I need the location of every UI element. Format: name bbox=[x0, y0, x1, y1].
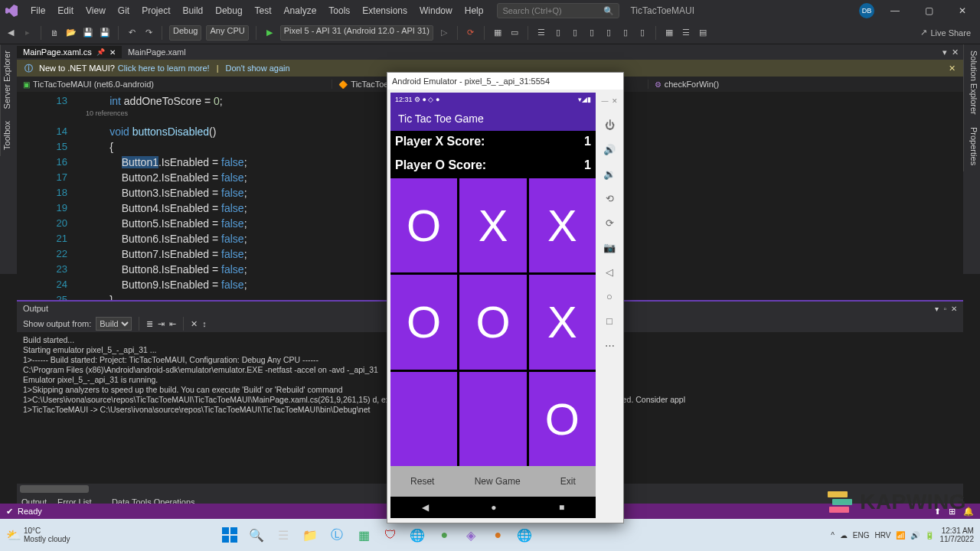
app-icon-d[interactable]: ● bbox=[486, 523, 509, 546]
rotate-left-icon[interactable]: ⟲ bbox=[602, 191, 617, 206]
nav-home-icon[interactable]: ● bbox=[491, 502, 496, 513]
menu-debug[interactable]: Debug bbox=[209, 5, 248, 16]
menu-edit[interactable]: Edit bbox=[51, 5, 80, 16]
new-icon[interactable]: 🗎 bbox=[48, 27, 60, 39]
newgame-button[interactable]: New Game bbox=[475, 476, 521, 487]
pin-icon[interactable]: 📌 bbox=[96, 48, 105, 56]
menu-view[interactable]: View bbox=[80, 5, 112, 16]
output-min-icon[interactable]: ▫ bbox=[943, 305, 946, 313]
maximize-button[interactable]: ▢ bbox=[916, 5, 942, 16]
battery-icon[interactable]: 🔋 bbox=[925, 531, 934, 540]
menu-analyze[interactable]: Analyze bbox=[278, 5, 323, 16]
platform-combo[interactable]: Any CPU bbox=[206, 25, 248, 41]
out-ico-d[interactable]: ✕ bbox=[191, 319, 198, 329]
output-dropdown-icon[interactable]: ▾ bbox=[935, 305, 939, 313]
nav-back-icon[interactable]: ◀ bbox=[5, 27, 17, 39]
tb-icon-b[interactable]: ▭ bbox=[508, 27, 521, 39]
game-cell-6[interactable]: X bbox=[529, 275, 596, 369]
output-close-icon[interactable]: ✕ bbox=[951, 305, 957, 313]
undo-icon[interactable]: ↶ bbox=[126, 27, 138, 39]
wifi-icon[interactable]: 📶 bbox=[896, 531, 905, 540]
weather-widget[interactable]: 10°CMostly cloudy bbox=[24, 527, 70, 543]
menu-window[interactable]: Window bbox=[413, 5, 459, 16]
volume-icon[interactable]: 🔊 bbox=[910, 531, 920, 540]
infobar-close-icon[interactable]: ✕ bbox=[949, 64, 956, 73]
tb-icon-j[interactable]: ▦ bbox=[663, 27, 675, 39]
out-ico-a[interactable]: ≣ bbox=[146, 319, 153, 329]
learn-more-link[interactable]: Click here to learn more! bbox=[118, 64, 210, 73]
tb-icon-f[interactable]: ▯ bbox=[586, 27, 598, 39]
nav-member[interactable]: ⚙checkForWin() bbox=[648, 80, 963, 89]
doc-tab-active[interactable]: MainPage.xaml.cs 📌 ✕ bbox=[17, 46, 122, 58]
home-icon[interactable]: ○ bbox=[602, 289, 617, 304]
menu-extensions[interactable]: Extensions bbox=[356, 5, 413, 16]
output-source-combo[interactable]: Build bbox=[96, 317, 132, 331]
start-icon[interactable] bbox=[218, 523, 241, 546]
out-ico-b[interactable]: ⇥ bbox=[158, 319, 165, 329]
game-cell-8[interactable] bbox=[459, 372, 526, 466]
tab-close-icon[interactable]: ✕ bbox=[109, 48, 116, 57]
exit-button[interactable]: Exit bbox=[560, 476, 576, 487]
edge-icon[interactable]: 🌐 bbox=[406, 523, 429, 546]
search-box[interactable]: Search (Ctrl+Q) 🔍 bbox=[497, 3, 619, 18]
game-cell-4[interactable]: O bbox=[390, 275, 457, 369]
vs-icon[interactable]: ◈ bbox=[459, 523, 482, 546]
taskview-icon[interactable]: ☰ bbox=[272, 523, 295, 546]
tb-icon-k[interactable]: ☰ bbox=[680, 27, 692, 39]
game-cell-5[interactable]: O bbox=[459, 275, 526, 369]
explorer-icon[interactable]: 📁 bbox=[299, 523, 322, 546]
toolbox-tab[interactable]: Toolbox bbox=[0, 115, 17, 156]
app-icon-b[interactable]: ▦ bbox=[352, 523, 375, 546]
tb-icon-h[interactable]: ▯ bbox=[619, 27, 632, 39]
server-explorer-tab[interactable]: Server Explorer bbox=[0, 44, 17, 115]
tabs-close-icon[interactable]: ✕ bbox=[952, 47, 959, 57]
save-icon[interactable]: 💾 bbox=[82, 27, 94, 39]
menu-git[interactable]: Git bbox=[112, 5, 136, 16]
game-cell-3[interactable]: X bbox=[529, 178, 596, 272]
open-icon[interactable]: 📂 bbox=[65, 27, 77, 39]
save-all-icon[interactable]: 💾 bbox=[99, 27, 111, 39]
rotate-right-icon[interactable]: ⟳ bbox=[602, 215, 617, 230]
tray-onedrive-icon[interactable]: ☁ bbox=[840, 531, 848, 540]
close-button[interactable]: ✕ bbox=[949, 5, 975, 16]
dont-show-link[interactable]: Don't show again bbox=[226, 64, 290, 73]
menu-test[interactable]: Test bbox=[249, 5, 278, 16]
menu-tools[interactable]: Tools bbox=[322, 5, 356, 16]
game-cell-1[interactable]: O bbox=[390, 178, 457, 272]
config-combo[interactable]: Debug bbox=[169, 25, 201, 41]
tb-icon-i[interactable]: ▯ bbox=[636, 27, 648, 39]
hot-reload-icon[interactable]: ⟳ bbox=[465, 27, 477, 39]
overview-icon[interactable]: □ bbox=[602, 313, 617, 328]
nav-fwd-icon[interactable]: ▸ bbox=[21, 27, 34, 39]
tb-icon-d[interactable]: ▯ bbox=[552, 27, 564, 39]
tb-icon-g[interactable]: ▯ bbox=[603, 27, 615, 39]
play2-icon[interactable]: ▷ bbox=[438, 27, 450, 39]
tb-icon-c[interactable]: ☰ bbox=[535, 27, 547, 39]
chrome-icon[interactable]: 🌐 bbox=[513, 523, 536, 546]
app-icon-c[interactable]: ● bbox=[433, 523, 456, 546]
tray-chevron-icon[interactable]: ^ bbox=[831, 531, 835, 540]
game-cell-7[interactable] bbox=[390, 372, 457, 466]
tabs-overflow-icon[interactable]: ▾ bbox=[942, 47, 947, 57]
tb-icon-l[interactable]: ▤ bbox=[697, 27, 709, 39]
menu-project[interactable]: Project bbox=[136, 5, 176, 16]
nav-project[interactable]: ▣TicTacToeMAUI (net6.0-android) bbox=[17, 80, 332, 89]
user-avatar[interactable]: DB bbox=[859, 3, 874, 18]
camera-icon[interactable]: 📷 bbox=[602, 240, 617, 255]
more-icon[interactable]: ⋯ bbox=[602, 337, 617, 353]
weather-icon[interactable]: ⛅ bbox=[6, 528, 21, 543]
tb-icon-a[interactable]: ▦ bbox=[492, 27, 504, 39]
clock[interactable]: 12:31 AM11/7/2022 bbox=[939, 527, 974, 543]
search-icon[interactable]: 🔍 bbox=[245, 523, 268, 546]
redo-icon[interactable]: ↷ bbox=[142, 27, 155, 39]
nav-back-icon[interactable]: ◀ bbox=[422, 502, 429, 513]
app-icon-a[interactable]: Ⓛ bbox=[325, 523, 348, 546]
scroll-thumb[interactable] bbox=[20, 485, 89, 493]
nav-recent-icon[interactable]: ■ bbox=[559, 502, 564, 513]
out-ico-e[interactable]: ↕ bbox=[202, 319, 207, 328]
doc-tab[interactable]: MainPage.xaml bbox=[122, 46, 192, 58]
game-cell-9[interactable]: O bbox=[529, 372, 596, 466]
play-icon[interactable]: ▶ bbox=[263, 27, 276, 39]
live-share[interactable]: ↗ Live Share bbox=[920, 28, 975, 37]
mcafee-icon[interactable]: 🛡 bbox=[379, 523, 402, 546]
